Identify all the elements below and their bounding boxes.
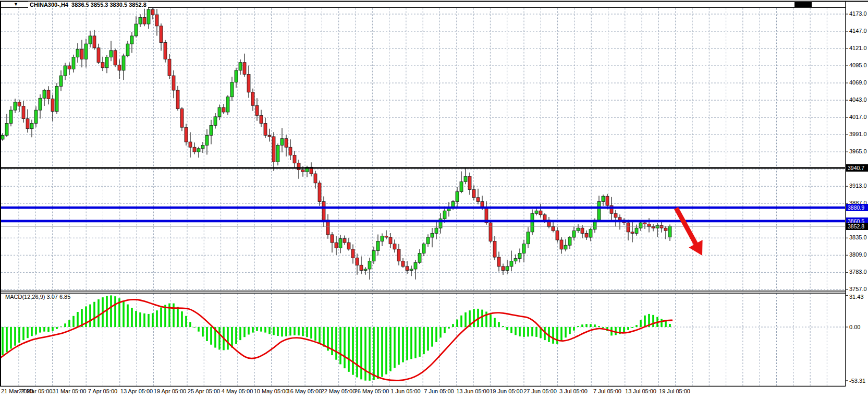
date-tick-label: 16 May 05:00 — [287, 388, 322, 394]
macd-bar — [360, 327, 362, 379]
candle — [172, 70, 175, 98]
macd-bar — [577, 326, 579, 327]
candle — [385, 231, 388, 239]
candle — [143, 9, 146, 26]
date-tick-label: 19 Jun 05:00 — [490, 388, 523, 394]
macd-bar — [502, 326, 504, 327]
candle — [310, 162, 313, 176]
macd-bar — [110, 295, 112, 327]
candle — [585, 231, 588, 240]
candle — [476, 189, 480, 204]
macd-bar — [319, 327, 321, 343]
price-tick-label: 3991.0 — [849, 131, 867, 137]
price-tick-label: 4173.0 — [849, 10, 867, 17]
price-tick-label: 4069.0 — [849, 79, 867, 86]
candle — [293, 151, 296, 167]
candle — [89, 31, 92, 47]
candle — [577, 224, 580, 233]
candle — [193, 142, 196, 154]
candle — [422, 243, 425, 256]
candle — [356, 253, 359, 275]
candle — [460, 172, 463, 194]
macd-bar — [377, 327, 379, 379]
macd-bar — [177, 307, 179, 327]
date-tick-label: 22 May 05:00 — [321, 388, 356, 394]
macd-bar — [439, 327, 442, 337]
macd-bar — [598, 326, 600, 327]
candle — [568, 236, 571, 249]
candle — [97, 44, 100, 64]
candle — [76, 43, 79, 63]
candle — [560, 237, 563, 253]
macd-bar — [306, 327, 308, 337]
macd-bar — [18, 327, 20, 343]
candle — [34, 106, 38, 127]
candle — [168, 54, 171, 79]
macd-bar — [39, 327, 41, 333]
macd-bar — [31, 327, 33, 336]
trend-arrow[interactable] — [674, 207, 703, 256]
macd-bar — [631, 327, 633, 328]
macd-bar — [560, 327, 563, 341]
candle — [518, 248, 521, 262]
macd-bar — [423, 327, 425, 354]
macd-bar — [64, 323, 66, 327]
candle — [581, 225, 584, 238]
macd-bar — [348, 327, 350, 372]
candle — [1, 133, 4, 141]
chart-shift-marker[interactable] — [794, 2, 812, 7]
candle — [80, 40, 83, 68]
date-tick-label: 26 May 05:00 — [354, 388, 389, 394]
macd-bar — [152, 313, 154, 327]
candle — [101, 57, 104, 71]
candle — [39, 94, 42, 119]
candle — [502, 263, 505, 274]
macd-bar — [198, 327, 200, 332]
candle — [176, 86, 179, 111]
candle — [160, 23, 163, 51]
candle — [84, 39, 88, 68]
candle — [64, 63, 67, 80]
macd-histogram — [2, 295, 671, 380]
macd-bar — [294, 327, 296, 335]
candle — [456, 187, 459, 207]
candle — [251, 89, 254, 111]
macd-bar — [398, 327, 400, 365]
macd-bar — [585, 324, 588, 327]
candle — [368, 258, 371, 280]
macd-bar — [519, 327, 521, 336]
candle — [439, 213, 442, 234]
candle — [347, 238, 350, 251]
date-tick-label: 7 Jul 05:00 — [593, 388, 621, 394]
candle — [414, 260, 417, 279]
candle — [331, 232, 334, 252]
macd-bar — [181, 311, 183, 327]
macd-bar — [473, 309, 475, 327]
candle — [664, 226, 667, 239]
candle — [260, 110, 263, 127]
price-level-badge: 3880.9 — [846, 204, 868, 211]
macd-bar — [335, 327, 337, 360]
candle — [627, 220, 630, 240]
macd-bar — [527, 327, 529, 336]
macd-bar — [160, 307, 162, 327]
candle — [552, 221, 555, 232]
date-tick-label: 19 Apr 05:00 — [154, 388, 186, 394]
macd-bar — [164, 305, 166, 327]
macd-bar — [389, 327, 392, 371]
candle — [668, 224, 671, 240]
candle — [343, 236, 346, 245]
date-tick-label: 13 Jun 05:00 — [456, 388, 490, 394]
candle — [155, 9, 158, 35]
symbol-dropdown-icon[interactable]: ▼ — [14, 2, 18, 7]
macd-bar — [47, 327, 50, 332]
candle — [55, 83, 58, 114]
macd-bar — [114, 296, 116, 327]
candle — [472, 185, 475, 200]
candle — [381, 233, 384, 246]
chart-canvas[interactable] — [0, 0, 868, 399]
candle — [464, 168, 467, 185]
candle — [435, 221, 438, 239]
macd-bar — [615, 327, 617, 335]
macd-bar — [535, 327, 537, 337]
